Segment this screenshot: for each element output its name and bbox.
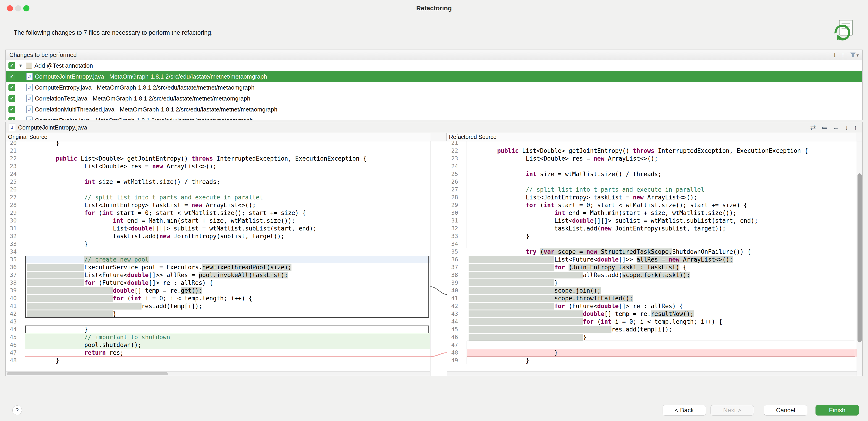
compare-title: ComputeJointEntropy.java [18,124,87,131]
scrollbar-thumb[interactable] [7,372,168,375]
checkbox-checked-icon[interactable]: ✓ [8,106,15,113]
help-button[interactable]: ? [12,405,22,415]
code-line: 36 ExecutorService pool = Executors.newF… [6,263,430,271]
refactored-source-header: Refactored Source [447,133,857,141]
line-number: 38 [6,279,25,287]
tree-item-file[interactable]: ✓JComputeJointEntropy.java - MetaOmGraph… [6,71,862,82]
code-text: ExecutorService pool = Executors.newFixe… [25,263,430,271]
original-source-header: Original Source [6,133,430,141]
code-line: 37 for (JointEntropy task1 : taskList) { [447,263,857,271]
refactored-source-pane[interactable]: 2122 public List<Double> getJointEntropy… [447,141,857,376]
next-button[interactable]: Next > [711,405,754,416]
copy-current-right-to-left-icon[interactable]: ← [833,123,839,131]
code-line: 31 List<double[][]> sublist = wtMatlist.… [447,217,857,225]
checkbox-checked-icon[interactable]: ✓ [8,84,15,91]
horizontal-scrollbar[interactable] [6,371,430,376]
line-number: 27 [447,186,467,194]
cancel-button[interactable]: Cancel [764,405,807,416]
horizontal-scrollbar[interactable] [447,371,857,376]
code-line: 23 List<Double> res = new ArrayList<>(); [447,155,857,162]
diff-connector-line-removed [431,353,447,357]
scrollbar-thumb[interactable] [858,173,862,342]
line-number: 26 [6,186,25,194]
code-line: 46 pool.shutdown(); [6,341,430,349]
code-text: List<Double> res = new ArrayList<>(); [467,155,857,162]
move-down-icon[interactable]: ↓ [833,51,836,59]
tree-item-refactoring[interactable]: ✓▾Add @Test annotation [6,60,862,71]
code-text: List<double[][]> sublist = wtMatlist.sub… [467,217,857,225]
vertical-scrollbar[interactable] [857,141,862,376]
chevron-expanded-icon[interactable]: ▾ [18,62,24,69]
code-line: 25 int size = wtMatlist.size() / threads… [6,178,430,186]
code-line: 23 List<Double> res = new ArrayList<>(); [6,162,430,170]
code-line: 47 return res; [6,349,430,357]
tree-item-file[interactable]: ✓JComputeEntropy.java - MetaOmGraph-1.8.… [6,82,862,93]
tree-item-file[interactable]: ✓JCorrelationMultiThreaded.java - MetaOm… [6,104,862,115]
tree-item-file[interactable]: ✓JCorrelationTest.java - MetaOmGraph-1.8… [6,93,862,104]
checkbox-checked-icon[interactable]: ✓ [8,73,15,80]
code-line: 31 List<double[][]> sublist = wtMatlist.… [6,225,430,232]
code-text: for (JointEntropy task1 : taskList) { [467,263,857,271]
code-text: } [467,232,857,240]
code-line: 35 // create new pool [6,256,430,263]
checkbox-checked-icon[interactable]: ✓ [8,117,15,120]
line-number: 29 [6,209,25,217]
code-text: return res; [25,349,430,357]
line-number: 43 [6,318,25,326]
original-source-pane[interactable]: 20 }2122 public List<Double> getJointEnt… [6,141,431,376]
line-number: 24 [447,162,467,170]
code-text [467,341,857,349]
header-scroll-corner [857,133,862,141]
line-number: 26 [447,178,467,186]
checkbox-checked-icon[interactable]: ✓ [8,95,15,102]
line-number: 30 [6,217,25,225]
code-line: 41 scope.throwIfFailed(); [447,294,857,302]
pane-headers: Original Source Refactored Source [6,133,862,141]
diff-connector-line [431,287,447,294]
tree-item-file[interactable]: ✓JComputeRvalue.java - MetaOmGraph-1.8.1… [6,115,862,120]
previous-difference-icon[interactable]: ↑ [854,123,857,131]
line-number: 37 [447,263,467,271]
code-text [467,178,857,186]
tree-item-label: ComputeRvalue.java - MetaOmGraph-1.8.1 2… [35,117,253,120]
code-text: List<double[][]> sublist = wtMatlist.sub… [25,225,430,232]
diff-connector-strip [431,141,447,376]
changes-panel: Changes to be performed ↓ ↑ ▾ ✓▾Add @Tes… [5,50,863,120]
line-number: 48 [6,357,25,364]
line-number: 49 [447,357,467,364]
copy-all-right-to-left-icon[interactable]: ⇐ [822,123,827,132]
line-number: 21 [447,141,467,147]
tree-item-label: CorrelationTest.java - MetaOmGraph-1.8.1… [35,95,250,102]
refactoring-message: The following changes to 7 files are nec… [14,29,213,36]
swap-panes-icon[interactable]: ⇄ [810,123,816,132]
code-text [25,170,430,178]
line-number: 21 [6,147,25,155]
line-number: 36 [6,263,25,271]
next-difference-icon[interactable]: ↓ [845,123,848,131]
line-number: 47 [447,341,467,349]
filter-icon[interactable]: ▾ [850,52,859,58]
tree-item-label: ComputeJointEntropy.java - MetaOmGraph-1… [35,73,267,80]
finish-button[interactable]: Finish [815,405,859,416]
move-up-icon[interactable]: ↑ [841,51,845,59]
line-number: 28 [6,201,25,209]
line-number: 25 [447,170,467,178]
tree-item-label: ComputeEntropy.java - MetaOmGraph-1.8.1 … [35,84,254,91]
code-text: // split list into t parts and execute i… [467,186,857,194]
code-text: // create new pool [25,256,430,263]
code-line: 21 [6,147,430,155]
line-number: 44 [447,318,467,326]
java-file-icon: J [26,116,33,120]
line-number: 35 [447,248,467,256]
code-line: 40 scope.join(); [447,287,857,294]
code-line: 22 public List<Double> getJointEntropy()… [6,155,430,162]
line-number: 45 [6,333,25,341]
code-line: 22 public List<Double> getJointEntropy()… [447,147,857,155]
code-line: 41 res.add(temp[i]); [6,302,430,310]
code-text: res.add(temp[i]); [25,302,430,310]
code-text: List<Future<double[]>> allRes = new Arra… [467,256,857,263]
back-button[interactable]: < Back [662,405,706,416]
checkbox-checked-icon[interactable]: ✓ [8,62,15,69]
code-line: 47 [447,341,857,349]
line-number: 32 [6,232,25,240]
